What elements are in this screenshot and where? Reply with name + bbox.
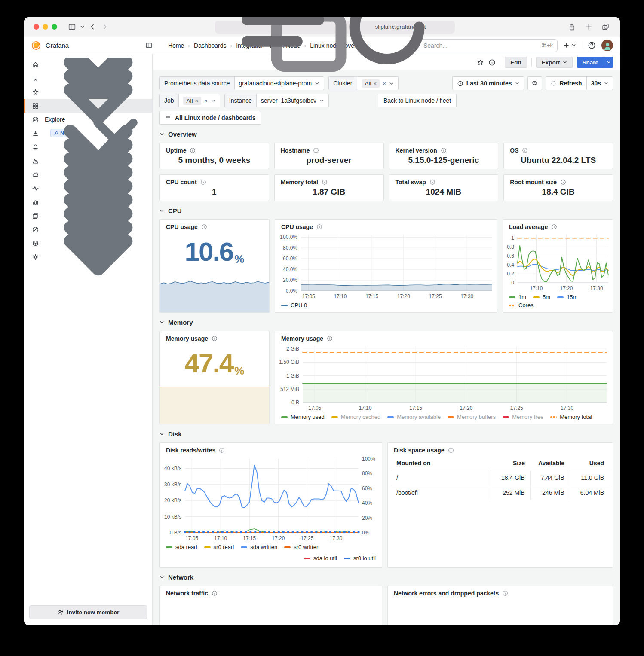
info-icon[interactable] xyxy=(212,336,218,342)
info-icon[interactable] xyxy=(429,179,435,185)
legend-item-memory-buffers[interactable]: Memory buffers xyxy=(448,414,496,420)
column-header-used[interactable]: Used xyxy=(570,455,609,470)
legend-item-1m[interactable]: 1m xyxy=(509,294,526,300)
mega-menu-toggle-icon[interactable] xyxy=(145,42,153,49)
job-chip[interactable]: All× xyxy=(183,97,202,105)
address-bar[interactable]: sliplane.grafana.net xyxy=(215,21,455,34)
info-icon[interactable] xyxy=(219,447,225,453)
legend-item-memory-cached[interactable]: Memory cached xyxy=(331,414,380,420)
info-icon[interactable] xyxy=(190,147,196,153)
legend-item-memory-free[interactable]: Memory free xyxy=(503,414,543,420)
time-range-picker[interactable]: Last 30 minutes xyxy=(452,76,524,90)
info-icon[interactable] xyxy=(448,447,454,453)
legend-item-sr0-read[interactable]: sr0 read xyxy=(204,544,234,550)
legend-item-sr0-written[interactable]: sr0 written xyxy=(284,544,319,550)
help-icon[interactable] xyxy=(588,41,596,49)
remove-icon[interactable]: × xyxy=(195,98,199,104)
info-icon[interactable] xyxy=(502,590,508,596)
new-tab-icon[interactable] xyxy=(585,23,593,31)
load-average-chart[interactable]: 00.20.40.60.8117:1017:2017:30 xyxy=(503,231,613,293)
dashboard-info-icon[interactable] xyxy=(488,59,496,66)
minimize-window-button[interactable] xyxy=(43,24,48,30)
refresh-button[interactable]: Refresh xyxy=(546,77,586,90)
column-header-available[interactable]: Available xyxy=(530,455,570,470)
info-icon[interactable] xyxy=(212,590,218,596)
section-network[interactable]: Network xyxy=(159,571,613,583)
cpu-usage-chart[interactable]: 0.0%20.0%40.0%60.0%80.0%100.0%17:0517:10… xyxy=(275,231,497,301)
info-icon[interactable] xyxy=(200,179,206,185)
panel-title[interactable]: Load average xyxy=(509,223,548,230)
stat-label[interactable]: Root mount size xyxy=(510,179,557,186)
disk-rw-chart[interactable]: 0 B/s10 kB/s20 kB/s30 kB/s40 kB/s17:0517… xyxy=(160,455,382,543)
share-dropdown-icon[interactable] xyxy=(604,57,613,68)
legend-item-5m[interactable]: 5m xyxy=(533,294,550,300)
stat-label[interactable]: Memory total xyxy=(281,179,318,186)
clear-icon[interactable]: × xyxy=(204,98,208,104)
back-button[interactable] xyxy=(89,23,97,31)
export-button[interactable]: Export xyxy=(536,57,573,68)
favorite-star-icon[interactable] xyxy=(477,59,484,66)
instance-filter[interactable]: Instance server_1a3ufgsoibcv xyxy=(224,94,329,107)
zoom-out-button[interactable] xyxy=(527,76,542,90)
edit-button[interactable]: Edit xyxy=(505,57,527,68)
add-new-button[interactable] xyxy=(563,42,576,49)
legend-item-cores[interactable]: Cores xyxy=(509,302,534,308)
refresh-interval-dropdown[interactable]: 30s xyxy=(586,77,613,90)
avatar[interactable] xyxy=(601,40,613,51)
share-button[interactable]: Share xyxy=(577,57,613,68)
stat-label[interactable]: OS xyxy=(510,147,518,154)
section-memory[interactable]: Memory xyxy=(159,316,613,328)
legend-item-memory-total[interactable]: Memory total xyxy=(550,414,592,420)
legend-item-15m[interactable]: 15m xyxy=(557,294,577,300)
memory-usage-chart[interactable]: 0 B512 MiB1 GiB1.50 GiB2 GiB17:0517:1017… xyxy=(275,343,613,413)
info-icon[interactable] xyxy=(316,224,322,230)
job-filter[interactable]: Job All× × xyxy=(159,94,220,107)
stat-label[interactable]: Total swap xyxy=(396,179,426,186)
grafana-logo[interactable] xyxy=(31,40,41,51)
legend-item-memory-available[interactable]: Memory available xyxy=(387,414,441,420)
sidebar-item-administration[interactable]: Administration xyxy=(24,250,152,264)
legend-item-sda-written[interactable]: sda written xyxy=(241,544,277,550)
section-overview[interactable]: Overview xyxy=(159,128,613,140)
panel-title[interactable]: Disk space usage xyxy=(394,447,445,454)
close-window-button[interactable] xyxy=(34,24,39,30)
tab-overview-icon[interactable] xyxy=(601,23,610,31)
legend-item-memory-used[interactable]: Memory used xyxy=(281,414,325,420)
section-cpu[interactable]: CPU xyxy=(159,204,613,217)
column-header-mounted-on[interactable]: Mounted on xyxy=(391,455,491,470)
share-icon[interactable] xyxy=(568,23,576,31)
panel-title[interactable]: Network errors and dropped packets xyxy=(394,590,499,597)
panel-title[interactable]: Memory usage xyxy=(166,335,208,342)
panel-title[interactable]: CPU usage xyxy=(281,223,313,230)
section-disk[interactable]: Disk xyxy=(159,428,613,440)
legend-item-sda-io-util[interactable]: sda io util xyxy=(304,555,337,561)
sidebar-chevron-icon[interactable] xyxy=(80,24,85,29)
stat-label[interactable]: Hostname xyxy=(281,147,310,154)
refresh-controls[interactable]: Refresh 30s xyxy=(546,76,613,90)
all-dashboards-button[interactable]: All Linux node / dashboards xyxy=(159,111,261,125)
stat-label[interactable]: CPU count xyxy=(166,179,197,186)
stat-label[interactable]: Uptime xyxy=(166,147,186,154)
browser-sidebar-icon[interactable] xyxy=(68,23,76,31)
column-header-size[interactable]: Size xyxy=(491,455,530,470)
info-icon[interactable] xyxy=(441,147,447,153)
breadcrumb-home[interactable]: Home xyxy=(168,42,184,49)
back-to-fleet-button[interactable]: Back to Linux node / fleet xyxy=(378,94,457,107)
stat-label[interactable]: Kernel version xyxy=(396,147,437,154)
info-icon[interactable] xyxy=(327,336,333,342)
panel-title[interactable]: CPU usage xyxy=(166,223,198,230)
zoom-window-button[interactable] xyxy=(52,24,57,30)
legend-item-cpu-0[interactable]: CPU 0 xyxy=(281,302,307,308)
panel-title[interactable]: Memory usage xyxy=(281,335,323,342)
invite-new-member-button[interactable]: Invite new member xyxy=(29,605,147,619)
reload-icon[interactable] xyxy=(322,17,451,92)
info-icon[interactable] xyxy=(201,224,207,230)
info-icon[interactable] xyxy=(522,147,528,153)
panel-title[interactable]: Network traffic xyxy=(166,590,208,597)
info-icon[interactable] xyxy=(322,179,328,185)
info-icon[interactable] xyxy=(560,179,566,185)
legend-item-sda-read[interactable]: sda read xyxy=(166,544,197,550)
legend-item-sr0-io-util[interactable]: sr0 io util xyxy=(344,555,376,561)
info-icon[interactable] xyxy=(313,147,319,153)
info-icon[interactable] xyxy=(551,224,557,230)
